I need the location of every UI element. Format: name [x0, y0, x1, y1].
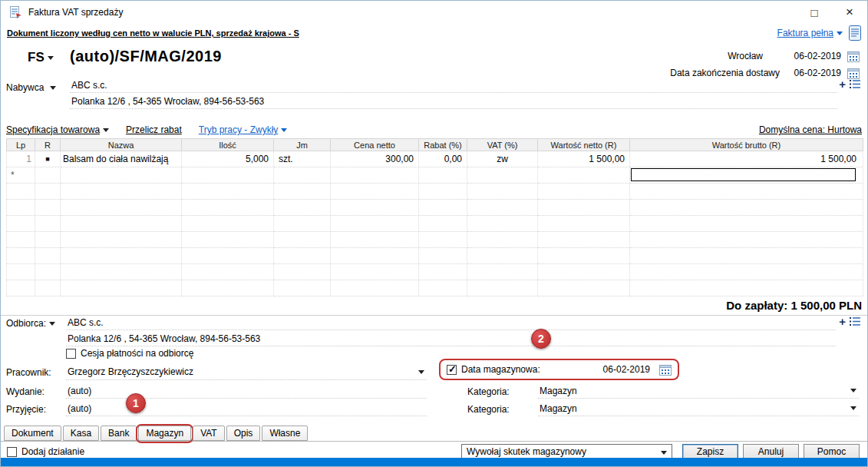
default-price-link[interactable]: Domyślna cena: Hurtowa	[759, 124, 862, 135]
table-row-empty[interactable]	[6, 216, 863, 232]
table-row-empty[interactable]	[6, 264, 863, 280]
table-cell[interactable]	[467, 167, 538, 184]
tab-magazyn[interactable]: Magazyn	[138, 426, 191, 441]
nabywca-dropdown[interactable]: Nabywca	[6, 82, 56, 93]
dodaj-dzialanie-row[interactable]: Dodaj działanie	[7, 446, 84, 457]
chevron-down-icon[interactable]	[850, 406, 856, 410]
tab-kasa[interactable]: Kasa	[63, 426, 99, 441]
table-cell[interactable]	[467, 264, 538, 280]
cesja-checkbox-row[interactable]: Cesja płatności na odbiorcę	[66, 348, 193, 359]
calendar-icon[interactable]	[847, 68, 860, 79]
table-cell[interactable]	[6, 264, 35, 280]
table-cell[interactable]	[538, 232, 630, 248]
kategoria-dropdown-1[interactable]: Magazyn	[538, 384, 859, 399]
kategoria-dropdown-2[interactable]: Magazyn	[538, 402, 859, 416]
table-row-empty[interactable]	[6, 200, 863, 216]
table-cell[interactable]	[61, 232, 182, 248]
table-cell[interactable]	[538, 248, 630, 264]
table-cell[interactable]	[538, 216, 630, 232]
column-header[interactable]: Wartość netto (R)	[538, 139, 630, 151]
delivery-date-field[interactable]: 06-02-2019	[786, 68, 841, 78]
table-cell[interactable]	[419, 200, 467, 216]
table-cell[interactable]	[274, 264, 331, 280]
table-cell[interactable]	[467, 200, 538, 216]
table-cell[interactable]	[467, 184, 538, 200]
table-cell[interactable]	[274, 280, 331, 296]
maximize-button[interactable]: □	[797, 1, 832, 24]
table-cell[interactable]	[467, 280, 538, 296]
table-cell[interactable]	[61, 280, 182, 296]
column-header[interactable]: Ilość	[182, 139, 274, 151]
przelicz-rabat-link[interactable]: Przelicz rabat	[126, 124, 182, 135]
table-row-empty[interactable]	[6, 184, 863, 200]
select-from-list-icon[interactable]	[850, 316, 861, 326]
cell-vat[interactable]: zw	[467, 151, 538, 167]
column-header[interactable]: Rabat (%)	[419, 139, 467, 151]
table-cell[interactable]	[419, 184, 467, 200]
active-cell[interactable]	[631, 168, 856, 181]
table-cell[interactable]	[419, 280, 467, 296]
document-icon[interactable]	[849, 25, 861, 41]
tab-bank[interactable]: Bank	[101, 426, 137, 441]
cell-cena-netto[interactable]: 300,00	[331, 151, 419, 167]
odbiorca-address-field[interactable]: Polanka 12/6 , 54-365 Wrocław, 894-56-53…	[66, 332, 836, 346]
table-cell[interactable]	[331, 184, 419, 200]
table-cell[interactable]	[61, 200, 182, 216]
table-cell[interactable]	[182, 216, 274, 232]
table-cell[interactable]	[419, 232, 467, 248]
table-cell[interactable]	[35, 264, 61, 280]
table-cell[interactable]	[6, 280, 35, 296]
calendar-icon[interactable]	[847, 51, 860, 62]
faktura-pelna-dropdown[interactable]: Faktura pełna	[777, 28, 843, 38]
table-cell[interactable]	[467, 248, 538, 264]
cell-r[interactable]: ■	[35, 151, 61, 167]
table-cell[interactable]	[274, 200, 331, 216]
table-cell[interactable]	[182, 280, 274, 296]
table-row-empty[interactable]	[6, 280, 863, 296]
table-cell[interactable]	[6, 216, 35, 232]
table-cell[interactable]	[35, 232, 61, 248]
column-header[interactable]: Cena netto	[331, 139, 419, 151]
pracownik-dropdown[interactable]: Grzegorz Brzęczyszczykiewicz	[66, 365, 427, 380]
tab-opis[interactable]: Opis	[226, 426, 261, 441]
table-cell[interactable]	[61, 216, 182, 232]
table-cell[interactable]	[419, 216, 467, 232]
table-cell[interactable]	[6, 200, 35, 216]
add-contractor-icon[interactable]: +	[839, 79, 846, 89]
table-cell[interactable]	[331, 232, 419, 248]
table-cell[interactable]	[35, 248, 61, 264]
column-header[interactable]: Jm	[274, 139, 331, 151]
table-cell[interactable]	[538, 264, 630, 280]
table-cell[interactable]	[419, 264, 467, 280]
table-cell[interactable]	[630, 280, 863, 296]
spec-dropdown[interactable]: Specyfikacja towarowa	[6, 124, 109, 135]
column-header[interactable]: Wartość brutto (R)	[630, 139, 863, 151]
column-header[interactable]: Lp	[6, 139, 35, 151]
table-row[interactable]: 1 ■ Balsam do ciała nawilżają 5,000 szt.…	[6, 151, 863, 167]
table-cell[interactable]	[538, 280, 630, 296]
cell-new-row-marker[interactable]: *	[6, 167, 35, 184]
table-cell[interactable]	[35, 184, 61, 200]
table-cell[interactable]	[35, 280, 61, 296]
chevron-down-icon[interactable]	[418, 370, 424, 374]
table-cell[interactable]	[182, 248, 274, 264]
table-cell[interactable]	[467, 216, 538, 232]
city-field[interactable]: Wrocław	[728, 51, 763, 61]
table-cell[interactable]	[419, 167, 467, 184]
table-new-row[interactable]: *	[6, 167, 863, 184]
table-cell[interactable]	[61, 248, 182, 264]
table-cell[interactable]	[182, 232, 274, 248]
cell-ilosc[interactable]: 5,000	[182, 151, 274, 167]
tryb-pracy-dropdown[interactable]: Tryb pracy - Zwykły	[199, 124, 288, 135]
cell-wartosc-brutto[interactable]: 1 500,00	[630, 151, 863, 167]
tab-wlasne[interactable]: Własne	[262, 426, 308, 441]
add-contractor-icon[interactable]: +	[839, 316, 846, 326]
table-cell[interactable]	[538, 167, 630, 184]
column-header[interactable]: Nazwa	[61, 139, 182, 151]
data-magazynowa-checkbox[interactable]	[447, 365, 457, 375]
close-button[interactable]: ×	[832, 1, 867, 24]
table-cell[interactable]	[538, 200, 630, 216]
table-cell[interactable]	[6, 232, 35, 248]
table-cell[interactable]	[61, 184, 182, 200]
calendar-icon[interactable]	[659, 364, 672, 376]
